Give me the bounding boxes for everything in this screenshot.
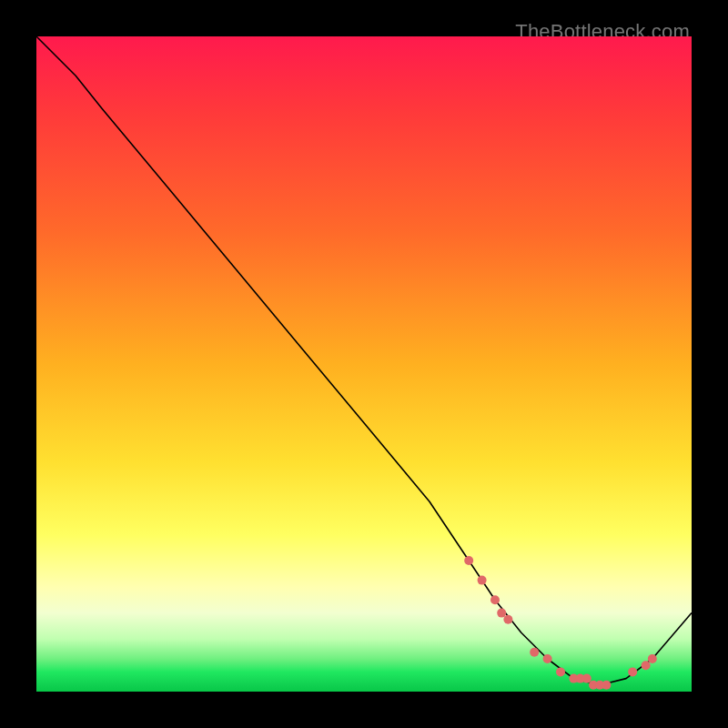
highlight-dots-group bbox=[464, 556, 657, 690]
highlight-dot bbox=[543, 654, 552, 663]
highlight-dot bbox=[503, 615, 512, 624]
highlight-dot bbox=[490, 595, 500, 604]
highlight-dot bbox=[628, 667, 637, 676]
chart-frame: TheBottleneck.com bbox=[18, 18, 710, 710]
highlight-dot bbox=[642, 661, 651, 670]
highlight-dot bbox=[602, 681, 611, 690]
plot-area bbox=[36, 36, 692, 692]
highlight-dot bbox=[648, 654, 657, 663]
bottleneck-curve bbox=[36, 36, 692, 685]
highlight-dot bbox=[478, 576, 487, 585]
curve-svg bbox=[36, 36, 692, 692]
highlight-dot bbox=[497, 609, 506, 618]
highlight-dot bbox=[464, 556, 473, 565]
highlight-dot bbox=[530, 648, 539, 657]
highlight-dot bbox=[556, 667, 565, 676]
highlight-dot bbox=[582, 674, 592, 683]
